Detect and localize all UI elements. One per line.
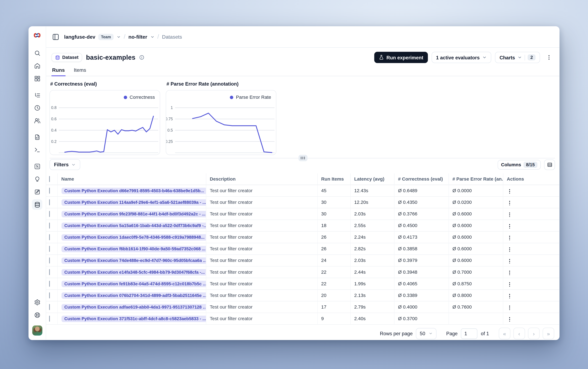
table-footer: Rows per page 50 Page of 1 « ‹ › » <box>46 325 559 340</box>
search-icon <box>34 50 40 56</box>
run-name-link[interactable]: Custom Python Execution 076b2704-341d-48… <box>61 292 206 299</box>
run-latency: 2.13s <box>350 289 394 301</box>
chart-title: # Parse Error Rate (annotation) <box>167 81 276 87</box>
sidebar-item-users[interactable] <box>32 115 42 126</box>
legend-dot <box>230 95 234 99</box>
row-checkbox[interactable] <box>49 269 50 275</box>
row-checkbox[interactable] <box>49 234 50 240</box>
splitter-grip-handle[interactable] <box>298 155 307 161</box>
sidebar-item-sessions[interactable] <box>32 102 42 113</box>
row-height-button[interactable] <box>544 159 555 170</box>
select-all-checkbox[interactable] <box>49 176 50 182</box>
sidebar-item-prompts[interactable] <box>32 132 42 142</box>
run-parse-error-avg: Ø 0.6000 <box>449 231 503 243</box>
column-header-run-items[interactable]: Run Items <box>317 173 350 185</box>
breadcrumb-org[interactable]: langfuse-dev <box>64 34 95 40</box>
last-page-button[interactable]: » <box>543 328 554 339</box>
sidebar-toggle-button[interactable] <box>51 33 60 41</box>
run-experiment-button[interactable]: Run experiment <box>374 52 428 63</box>
run-name-link[interactable]: Custom Python Execution f6bb1614-1f90-40… <box>61 246 206 252</box>
row-actions-kebab-icon[interactable] <box>507 316 512 323</box>
active-evaluators-button[interactable]: 1 active evaluators <box>431 52 491 63</box>
row-actions-kebab-icon[interactable] <box>507 257 512 265</box>
row-checkbox[interactable] <box>49 188 50 194</box>
row-checkbox[interactable] <box>49 292 50 298</box>
sidebar-item-home[interactable] <box>32 61 42 71</box>
run-latency: 2.03s <box>350 255 394 266</box>
user-avatar[interactable] <box>32 325 42 336</box>
row-checkbox[interactable] <box>49 223 50 228</box>
table-row: Custom Python Execution e14fa348-5cfc-49… <box>46 266 559 278</box>
flask-icon <box>379 55 384 60</box>
row-actions-kebab-icon[interactable] <box>507 281 512 288</box>
breadcrumb-project[interactable]: no-filter <box>128 34 147 40</box>
annotation-pen-icon <box>34 189 40 195</box>
row-checkbox[interactable] <box>49 316 50 322</box>
row-actions-kebab-icon[interactable] <box>507 292 512 300</box>
rows-per-page-select[interactable]: 50 <box>416 328 436 339</box>
run-name-link[interactable]: Custom Python Execution 371f531c-abff-4d… <box>61 316 206 322</box>
sidebar-item-annotation-queues[interactable] <box>32 186 42 197</box>
run-name-link[interactable]: Custom Python Execution 74de488e-ec9d-47… <box>61 257 206 264</box>
row-actions-kebab-icon[interactable] <box>507 188 512 195</box>
run-description: Test our filter creator <box>206 278 317 289</box>
column-header-description[interactable]: Description <box>206 173 317 185</box>
column-header-latency[interactable]: Latency (avg) <box>350 173 394 185</box>
row-actions-kebab-icon[interactable] <box>507 246 512 253</box>
column-header-name[interactable]: Name <box>58 173 206 185</box>
page-of-label: of 1 <box>481 331 489 336</box>
sidebar-item-datasets[interactable] <box>32 199 42 210</box>
columns-button[interactable]: Columns 8/15 <box>498 160 541 169</box>
charts-toggle-button[interactable]: Charts 2 <box>495 52 540 63</box>
run-name-link[interactable]: Custom Python Execution e14fa348-5cfc-49… <box>61 269 206 276</box>
run-name-link[interactable]: Custom Python Execution d66e7991-8595-45… <box>61 187 206 194</box>
row-actions-kebab-icon[interactable] <box>507 211 512 219</box>
project-chevron-down-icon[interactable] <box>150 35 154 39</box>
columns-label: Columns <box>501 162 521 167</box>
row-checkbox[interactable] <box>49 304 50 310</box>
sidebar-item-tracing[interactable] <box>32 90 42 100</box>
info-icon[interactable] <box>139 55 144 60</box>
sidebar-item-settings[interactable] <box>32 297 42 308</box>
sidebar-item-insights[interactable] <box>32 174 42 184</box>
breadcrumb-section[interactable]: Datasets <box>162 34 182 40</box>
filters-button[interactable]: Filters <box>49 159 80 170</box>
run-items-count: 30 <box>317 208 350 220</box>
tab-runs[interactable]: Runs <box>51 65 65 76</box>
run-name-link[interactable]: Custom Python Execution fe91b83e-04a5-47… <box>61 281 206 287</box>
row-checkbox[interactable] <box>49 211 50 217</box>
run-name-link[interactable]: Custom Python Execution 9fe23f98-881e-44… <box>61 211 206 217</box>
row-actions-kebab-icon[interactable] <box>507 304 512 312</box>
page-number-input[interactable] <box>461 328 477 339</box>
run-name-link[interactable]: Custom Python Execution adfae619-abb0-4d… <box>61 304 206 310</box>
pagination-controls: « ‹ › » <box>499 328 554 339</box>
next-page-button[interactable]: › <box>528 328 540 339</box>
row-checkbox[interactable] <box>49 199 50 205</box>
column-header-parse-error[interactable]: # Parse Error Rate (an... <box>449 173 503 185</box>
run-correctness-avg: Ø 0.4350 <box>394 196 449 208</box>
sidebar-item-playground[interactable] <box>32 144 42 155</box>
row-checkbox[interactable] <box>49 281 50 287</box>
more-actions-button[interactable] <box>544 52 554 63</box>
row-actions-kebab-icon[interactable] <box>507 234 512 242</box>
settings-gear-icon <box>34 299 40 305</box>
sidebar-item-search[interactable] <box>32 48 42 58</box>
tab-items[interactable]: Items <box>73 65 87 76</box>
org-chevron-down-icon[interactable] <box>117 35 121 39</box>
sidebar-item-support[interactable] <box>32 310 42 320</box>
row-actions-kebab-icon[interactable] <box>507 269 512 277</box>
row-checkbox[interactable] <box>49 257 50 264</box>
sidebar-item-evaluators[interactable] <box>32 161 42 172</box>
top-bar: langfuse-dev Team / no-filter / Datasets <box>46 26 559 48</box>
run-name-link[interactable]: Custom Python Execution 5a15a616-1bab-44… <box>61 222 206 229</box>
first-page-button[interactable]: « <box>499 328 510 339</box>
column-header-correctness[interactable]: # Correctness (eval) <box>394 173 449 185</box>
row-actions-kebab-icon[interactable] <box>507 223 512 230</box>
previous-page-button[interactable]: ‹ <box>513 328 525 339</box>
chart-title: # Correctness (eval) <box>50 81 160 87</box>
run-name-link[interactable]: Custom Python Execution 1daec0f9-5e78-43… <box>61 234 206 240</box>
run-name-link[interactable]: Custom Python Execution 114aa9ef-29e6-4e… <box>61 199 206 205</box>
sidebar-item-dashboards[interactable] <box>32 73 42 84</box>
row-actions-kebab-icon[interactable] <box>507 199 512 207</box>
row-checkbox[interactable] <box>49 246 50 252</box>
